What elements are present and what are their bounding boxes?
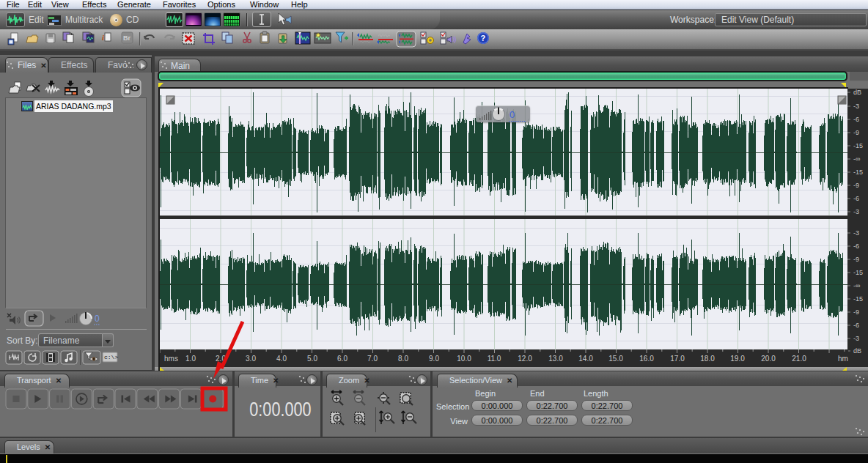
- svg-text:20.0: 20.0: [761, 355, 776, 363]
- svg-text:-6: -6: [853, 242, 859, 250]
- svg-text:hms: hms: [164, 355, 178, 363]
- svg-text:13.0: 13.0: [548, 355, 563, 363]
- svg-text:?: ?: [481, 34, 486, 42]
- svg-text:-15: -15: [853, 142, 863, 149]
- svg-text:9.0: 9.0: [429, 355, 439, 363]
- svg-text:14.0: 14.0: [578, 355, 593, 363]
- svg-text:-15: -15: [853, 168, 863, 176]
- svg-text:-3: -3: [853, 335, 859, 342]
- svg-text:-6: -6: [853, 195, 859, 202]
- svg-text:c:\>: c:\>: [104, 354, 118, 360]
- svg-text:-6: -6: [853, 116, 859, 123]
- svg-text:-9: -9: [853, 182, 859, 189]
- svg-text:1.0: 1.0: [185, 355, 196, 363]
- svg-text:-6: -6: [853, 322, 859, 329]
- svg-text:21.0: 21.0: [792, 355, 806, 363]
- svg-text:17.0: 17.0: [670, 355, 685, 363]
- svg-text:-9: -9: [853, 129, 859, 136]
- svg-text:3.0: 3.0: [246, 355, 256, 363]
- svg-text:7.0: 7.0: [367, 355, 378, 363]
- svg-text:11.0: 11.0: [488, 355, 501, 363]
- svg-text:dB: dB: [853, 89, 861, 96]
- svg-text:hms: hms: [838, 355, 848, 363]
- svg-text:0: 0: [95, 314, 100, 324]
- svg-text:-3: -3: [853, 103, 859, 110]
- svg-text:-∞: -∞: [853, 282, 860, 289]
- svg-text:19.0: 19.0: [730, 355, 745, 363]
- svg-text:dB: dB: [853, 347, 861, 355]
- svg-text:10.0: 10.0: [457, 355, 471, 363]
- svg-text:-3: -3: [853, 229, 859, 237]
- svg-text:-15: -15: [853, 295, 863, 303]
- svg-text:6.0: 6.0: [337, 355, 347, 363]
- svg-text:-9: -9: [853, 256, 859, 263]
- svg-text:-∞: -∞: [853, 155, 860, 163]
- svg-text:-15: -15: [853, 269, 863, 276]
- svg-text:Br: Br: [123, 34, 130, 42]
- svg-text:18.0: 18.0: [700, 355, 715, 363]
- svg-text:i: i: [102, 33, 105, 42]
- svg-text:-9: -9: [853, 308, 859, 316]
- svg-text:15.0: 15.0: [608, 355, 623, 363]
- svg-text:2.0: 2.0: [216, 355, 226, 363]
- svg-text:0: 0: [510, 109, 515, 120]
- svg-text:-3: -3: [853, 208, 859, 215]
- svg-text:16.0: 16.0: [639, 355, 654, 363]
- svg-text:12.0: 12.0: [518, 355, 532, 363]
- svg-text:8.0: 8.0: [398, 355, 408, 363]
- svg-text:4.0: 4.0: [276, 355, 287, 363]
- svg-text:5.0: 5.0: [307, 355, 317, 363]
